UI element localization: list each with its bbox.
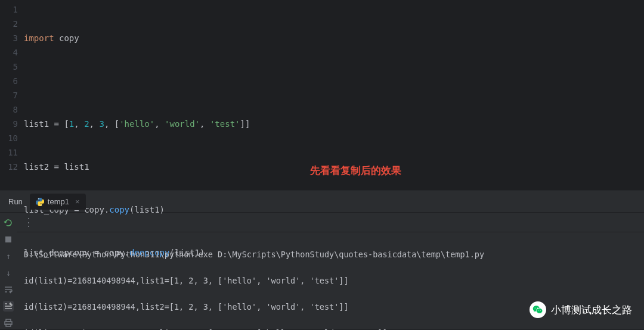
code-content[interactable]: import copy list1 = [1, 2, 3, ['hello', …	[24, 0, 644, 191]
svg-rect-2	[5, 236, 11, 242]
svg-rect-5	[6, 324, 11, 326]
up-arrow-icon[interactable]: ↑	[3, 251, 14, 261]
svg-point-1	[41, 204, 41, 205]
run-side-toolbar: ↑ ↓	[0, 213, 17, 329]
watermark-text: 小博测试成长之路	[551, 303, 632, 317]
code-editor[interactable]: 123 456 789 101112 import copy list1 = […	[0, 0, 644, 191]
line-number-gutter: 123 456 789 101112	[0, 0, 24, 191]
scroll-to-end-icon[interactable]	[3, 301, 14, 312]
console-line: id(list1)=2168140498944,list1=[1, 2, 3, …	[24, 274, 637, 287]
stop-icon[interactable]	[3, 234, 14, 245]
close-icon[interactable]: ×	[73, 197, 80, 206]
python-icon	[36, 198, 44, 206]
down-arrow-icon[interactable]: ↓	[3, 267, 14, 278]
run-output-toolbar: ⋮	[17, 213, 644, 232]
soft-wrap-icon[interactable]	[3, 284, 14, 295]
print-icon[interactable]	[3, 317, 14, 328]
run-tab-label: temp1	[48, 197, 69, 206]
annotation-overlay: 先看看复制后的效果	[310, 164, 401, 178]
console-line: D:\Software\Python\Python311\python.exe …	[24, 248, 637, 261]
watermark: 小博测试成长之路	[530, 301, 632, 318]
more-options-icon[interactable]: ⋮	[24, 217, 33, 227]
console-line: id(list_copy)=2168140498432,list_copy=[1…	[24, 326, 637, 330]
svg-point-0	[38, 198, 39, 199]
run-panel-label: Run	[5, 197, 30, 206]
rerun-icon[interactable]	[3, 217, 14, 228]
wechat-icon	[530, 301, 546, 318]
run-tab-temp1[interactable]: temp1 ×	[30, 194, 86, 210]
